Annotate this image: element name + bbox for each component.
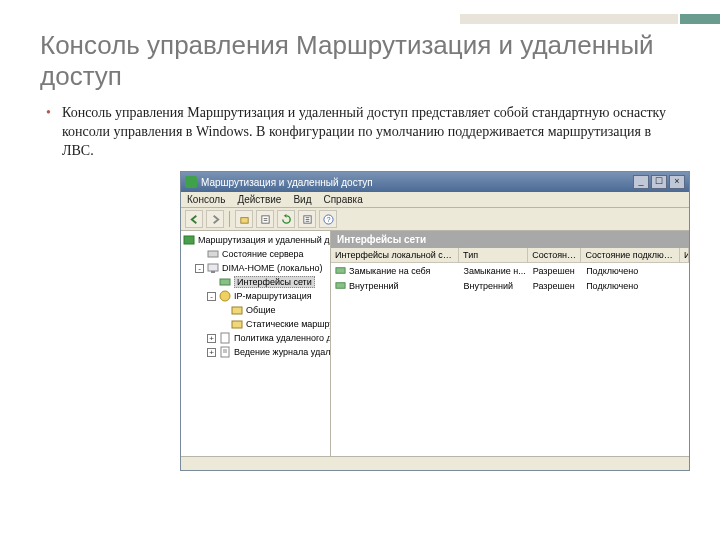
main-area: Маршрутизация и удаленный до Состояние с… bbox=[181, 231, 689, 456]
expander-icon[interactable]: + bbox=[207, 348, 216, 357]
row-name: Внутренний bbox=[349, 281, 399, 291]
maximize-button[interactable]: ☐ bbox=[651, 175, 667, 189]
export-button[interactable] bbox=[298, 210, 316, 228]
menu-action[interactable]: Действие bbox=[237, 194, 281, 205]
column-type[interactable]: Тип bbox=[459, 248, 528, 262]
tree-item-logging[interactable]: + Ведение журнала удален bbox=[183, 345, 328, 359]
row-conn: Подключено bbox=[582, 264, 681, 277]
close-button[interactable]: × bbox=[669, 175, 685, 189]
svg-point-12 bbox=[220, 291, 230, 301]
row-dev bbox=[681, 264, 689, 277]
help-button[interactable]: ? bbox=[319, 210, 337, 228]
column-state[interactable]: Состояние bbox=[528, 248, 581, 262]
back-button[interactable] bbox=[185, 210, 203, 228]
svg-rect-8 bbox=[208, 251, 218, 257]
list-row[interactable]: Замыкание на себя Замыкание н... Разреше… bbox=[331, 263, 689, 278]
row-conn: Подключено bbox=[582, 279, 681, 292]
nic-icon bbox=[219, 276, 231, 288]
menu-help[interactable]: Справка bbox=[323, 194, 362, 205]
list-row[interactable]: Внутренний Внутренний Разрешен Подключен… bbox=[331, 278, 689, 293]
expander-icon[interactable]: - bbox=[195, 264, 204, 273]
decor-bar-light bbox=[460, 14, 678, 24]
log-icon bbox=[219, 346, 231, 358]
routes-icon bbox=[231, 318, 243, 330]
slide-bullet: Консоль управления Маршрутизация и удале… bbox=[40, 104, 680, 161]
routing-icon bbox=[219, 290, 231, 302]
tree-item-ip-routing[interactable]: - IP-маршрутизация bbox=[183, 289, 328, 303]
svg-rect-15 bbox=[221, 333, 229, 343]
expander-icon[interactable]: - bbox=[207, 292, 216, 301]
slide-container: Консоль управления Маршрутизация и удале… bbox=[0, 0, 720, 487]
toolbar: ? bbox=[181, 208, 689, 231]
column-connection-state[interactable]: Состояние подключения bbox=[581, 248, 680, 262]
refresh-button[interactable] bbox=[277, 210, 295, 228]
svg-rect-9 bbox=[208, 264, 218, 271]
slide-decor-strip bbox=[460, 14, 720, 24]
window-title: Маршрутизация и удаленный доступ bbox=[201, 177, 633, 188]
server-icon bbox=[183, 234, 195, 246]
row-type: Внутренний bbox=[459, 279, 528, 292]
tree-root[interactable]: Маршрутизация и удаленный до bbox=[183, 233, 328, 247]
svg-rect-1 bbox=[261, 215, 268, 222]
titlebar[interactable]: Маршрутизация и удаленный доступ _ ☐ × bbox=[181, 172, 689, 192]
app-icon bbox=[185, 176, 197, 188]
svg-rect-7 bbox=[184, 236, 194, 244]
decor-bar-teal bbox=[680, 14, 720, 24]
up-button[interactable] bbox=[235, 210, 253, 228]
svg-rect-10 bbox=[211, 271, 215, 273]
loopback-icon bbox=[335, 265, 346, 276]
tree-root-label: Маршрутизация и удаленный до bbox=[198, 235, 331, 245]
menu-view[interactable]: Вид bbox=[293, 194, 311, 205]
folder-icon bbox=[231, 304, 243, 316]
forward-button[interactable] bbox=[206, 210, 224, 228]
svg-rect-20 bbox=[336, 283, 345, 289]
svg-rect-13 bbox=[232, 307, 242, 314]
policy-icon bbox=[219, 332, 231, 344]
tree-item-server-status[interactable]: Состояние сервера bbox=[183, 247, 328, 261]
svg-text:?: ? bbox=[326, 215, 330, 224]
slide-title: Консоль управления Маршрутизация и удале… bbox=[40, 30, 680, 92]
svg-rect-19 bbox=[336, 268, 345, 274]
tree-item-static-routes[interactable]: Статические маршру bbox=[183, 317, 328, 331]
statusbar bbox=[181, 456, 689, 470]
tree-item-remote-policy[interactable]: + Политика удаленного до bbox=[183, 331, 328, 345]
menubar: Консоль Действие Вид Справка bbox=[181, 192, 689, 208]
list-body[interactable]: Замыкание на себя Замыкание н... Разреше… bbox=[331, 263, 689, 456]
app-window: Маршрутизация и удаленный доступ _ ☐ × К… bbox=[180, 171, 690, 471]
details-header: Интерфейсы сети bbox=[331, 231, 689, 248]
internal-icon bbox=[335, 280, 346, 291]
details-pane: Интерфейсы сети Интерфейсы локальной сет… bbox=[331, 231, 689, 456]
properties-button[interactable] bbox=[256, 210, 274, 228]
row-state: Разрешен bbox=[529, 279, 582, 292]
expander-icon[interactable]: + bbox=[207, 334, 216, 343]
svg-rect-11 bbox=[220, 279, 230, 285]
tree-item-general[interactable]: Общие bbox=[183, 303, 328, 317]
tree-pane[interactable]: Маршрутизация и удаленный до Состояние с… bbox=[181, 231, 331, 456]
minimize-button[interactable]: _ bbox=[633, 175, 649, 189]
toolbar-separator bbox=[229, 211, 230, 227]
row-dev bbox=[681, 279, 689, 292]
column-device-name[interactable]: Имя устройства bbox=[680, 248, 689, 262]
window-buttons: _ ☐ × bbox=[633, 175, 685, 189]
row-name: Замыкание на себя bbox=[349, 266, 430, 276]
row-type: Замыкание н... bbox=[459, 264, 528, 277]
tree-item-network-interfaces[interactable]: Интерфейсы сети bbox=[183, 275, 328, 289]
tree-item-host[interactable]: - DIMA-HOME (локально) bbox=[183, 261, 328, 275]
status-icon bbox=[207, 248, 219, 260]
row-state: Разрешен bbox=[529, 264, 582, 277]
computer-icon bbox=[207, 262, 219, 274]
svg-rect-14 bbox=[232, 321, 242, 328]
menu-console[interactable]: Консоль bbox=[187, 194, 225, 205]
column-name[interactable]: Интерфейсы локальной сети и ... bbox=[331, 248, 459, 262]
svg-rect-0 bbox=[240, 217, 247, 223]
list-header: Интерфейсы локальной сети и ... Тип Сост… bbox=[331, 248, 689, 263]
